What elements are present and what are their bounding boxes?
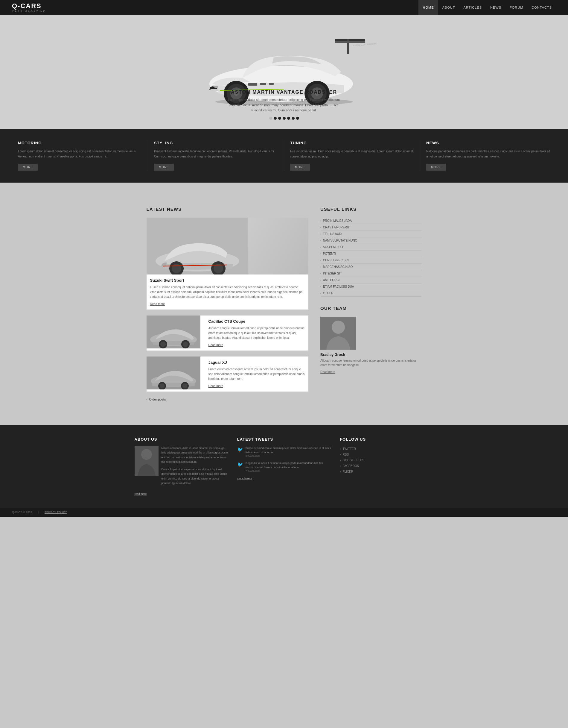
team-member-readmore[interactable]: Read more [320,370,335,374]
feature-motoring-text: Lorem ipsum dolor sit amet consectetuer … [18,149,142,159]
footer-tweets-title: LATEST TWEETS [237,437,331,442]
main-inner: LATEST NEWS [135,195,434,413]
svg-rect-3 [335,41,365,43]
team-member-info: Bradley Grosh Aliquam congue ferminulomo… [320,350,421,374]
hero-dot-7[interactable] [296,117,299,120]
useful-links-title: USEFUL LINKS [320,207,421,212]
feature-styling: STYLING Praesent fistorum molestie lacun… [148,141,284,171]
feature-tuning-btn[interactable]: MORE [290,164,310,171]
link-item-3[interactable]: •NAM VULPUTATE NUNC [320,237,421,244]
link-item-11[interactable]: •OTHER [320,290,421,297]
footer-inner: ABOUT US Mauris accusam, diam in lacus s… [135,437,434,496]
arrow-icon-3: › [340,464,341,468]
follow-rss[interactable]: ›RSS [340,452,433,457]
news-article-2-body: Jaguar XJ Fusce euismod consequat antiem… [205,357,309,392]
twitter-icon-1: 🐦 [237,462,243,472]
news-article-0-title: Suzuki Swift Sport [150,278,305,283]
bullet-icon-3: • [320,239,321,242]
link-item-7[interactable]: •MAECENAS AC NISO [320,264,421,270]
hero-content: ASTON MARTIN VANTAGE ROADSTER Lorem ipsu… [227,90,341,120]
bullet-icon-6: • [320,259,321,262]
more-tweets-link[interactable]: more tweets [237,477,252,480]
svg-point-37 [183,383,187,388]
hero-description: Lorem ipsum dolor sit amet consectetuer … [227,97,341,113]
news-featured-img [147,218,309,274]
tweet-1-content: Origal dis to lacus it sempre in aliqua-… [246,461,331,472]
link-item-9[interactable]: •AMET ORCI [320,277,421,283]
sidebar: USEFUL LINKS •PROIN MALESUADA •CRAS HEND… [320,207,421,401]
news-article-1-readmore[interactable]: Read more [209,343,223,347]
hero-dot-2[interactable] [274,117,277,120]
link-item-1[interactable]: •CRAS HENDRERIT [320,224,421,231]
bullet-icon-4: • [320,246,321,248]
news-article-2-readmore[interactable]: Read more [209,384,223,388]
footer-copyright: Q-CARS © 2013 [12,511,32,514]
twitter-icon-0: 🐦 [237,447,243,457]
follow-facebook[interactable]: ›FACEBOOK [340,463,433,469]
arrow-icon-2: › [340,459,341,462]
hero-title: ASTON MARTIN VANTAGE ROADSTER [227,90,341,95]
bullet-icon-9: • [320,279,321,281]
footer-bottom: Q-CARS © 2013 | PRIVACY POLICY [0,508,568,517]
follow-list: ›TWITTER ›RSS ›GOOGLE PLUS ›FACEBOOK ›FL… [340,446,433,474]
bullet-icon-1: • [320,226,321,229]
nav-forum[interactable]: FORUM [505,0,527,15]
link-item-6[interactable]: •CURSUS NEC SCI [320,257,421,264]
news-article-1-text: Aliquam congue ferminulomod pued ut pers… [209,326,305,340]
link-item-10[interactable]: •ETIAM FACILISIS DUA [320,283,421,290]
tweet-1-time: 7 DAYS AGO [246,470,331,472]
team-member-photo [320,317,356,350]
link-item-4[interactable]: •SUSPENDISSE [320,244,421,251]
link-item-5[interactable]: •POTENTI [320,251,421,257]
follow-flickr[interactable]: ›FLICKR [340,469,433,474]
bullet-icon-5: • [320,252,321,255]
nav-news[interactable]: NEWS [486,0,505,15]
hero-dot-3[interactable] [278,117,281,120]
header: Q-CARS CARS MAGAZINE HOME ABOUT ARTICLES… [0,0,568,15]
feature-tuning-title: TUNING [290,141,414,145]
feature-news-btn[interactable]: MORE [426,164,446,171]
logo-title: Q-CARS [12,2,46,10]
hero-dot-5[interactable] [287,117,290,120]
feature-tuning-text: Fus ulcipit varius mi. Cum socs natoque … [290,149,414,159]
nav-contacts[interactable]: CONTACTS [527,0,556,15]
feature-motoring-btn[interactable]: MORE [18,164,38,171]
news-item-1: Cadillac CTS Coupe Aliquam congue fermin… [147,316,309,351]
svg-point-29 [160,342,166,347]
footer-about-readmore[interactable]: read more [135,492,147,495]
svg-point-31 [183,342,188,347]
hero-dot-6[interactable] [291,117,294,120]
news-article-0-body: Suzuki Swift Sport Fusce euismod consequ… [147,274,309,310]
latest-news: LATEST NEWS [147,207,309,401]
hero-dot-4[interactable] [283,117,285,120]
news-article-2-title: Jaguar XJ [209,360,305,365]
tweet-0-time: 3 DAYS AGO [246,455,331,457]
hero-section: ASTON MARTIN RACING ASTON MARTIN VANTAGE… [0,15,568,129]
follow-googleplus[interactable]: ›GOOGLE PLUS [340,457,433,463]
news-article-0-readmore[interactable]: Read more [150,302,165,306]
news-article-1-title: Cadillac CTS Coupe [209,319,305,324]
our-team-section: OUR TEAM Bradley Grosh Aliquam congue fe… [320,306,421,374]
svg-rect-2 [347,39,349,54]
svg-rect-7 [269,83,274,85]
follow-twitter[interactable]: ›TWITTER [340,446,433,452]
nav-home[interactable]: HOME [418,0,438,15]
privacy-policy-link[interactable]: PRIVACY POLICY [45,511,67,514]
tweet-1: 🐦 Origal dis to lacus it sempre in aliqu… [237,461,331,472]
chevron-left-icon: ‹ [147,398,148,401]
older-posts-link[interactable]: ‹ Older posts [147,398,309,401]
hero-dot-1[interactable] [269,117,272,120]
news-article-1-body: Cadillac CTS Coupe Aliquam congue fermin… [205,316,309,351]
feature-motoring-title: MOTORING [18,141,142,145]
svg-rect-6 [260,83,266,85]
tweet-1-text: Origal dis to lacus it sempre in aliqua-… [246,461,331,470]
footer-about-title: ABOUT US [135,437,228,442]
footer: ABOUT US Mauris accusam, diam in lacus s… [0,425,568,508]
link-item-2[interactable]: •TELLUS AUDI [320,231,421,237]
nav-articles[interactable]: ARTICLES [459,0,486,15]
nav-about[interactable]: ABOUT [438,0,459,15]
older-posts-label: Older posts [149,398,166,401]
link-item-8[interactable]: •INTEGER SIT [320,270,421,277]
link-item-0[interactable]: •PROIN MALESUADA [320,218,421,224]
feature-styling-btn[interactable]: MORE [154,164,174,171]
